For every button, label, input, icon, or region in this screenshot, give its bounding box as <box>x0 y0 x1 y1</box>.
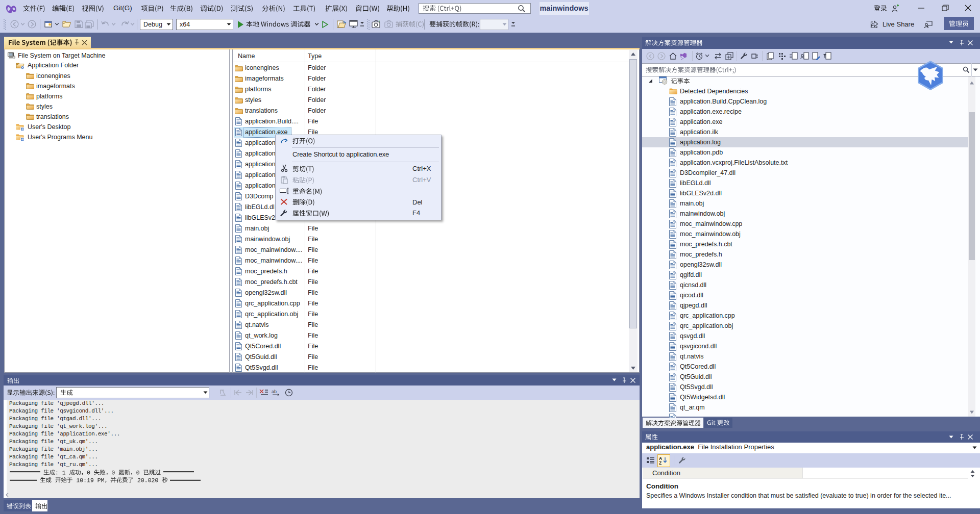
svg-text:ab: ab <box>272 389 277 394</box>
svg-text:Z: Z <box>659 460 662 466</box>
